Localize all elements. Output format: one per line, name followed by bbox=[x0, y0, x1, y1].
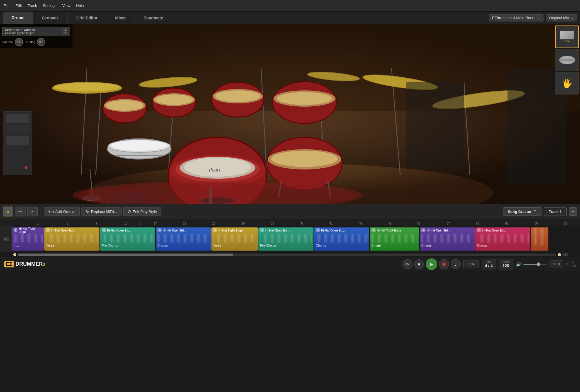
ruler-mark: 13 bbox=[111, 222, 140, 226]
scroll-track[interactable] bbox=[18, 254, 556, 256]
select-tool[interactable]: ▲ bbox=[3, 207, 13, 216]
tuning-knob[interactable]: 0.0 bbox=[37, 38, 45, 46]
add-groove-button[interactable]: + + Add Groove bbox=[44, 207, 80, 216]
list-item[interactable]: ⊡ Hi-Hat Open Ed... Chorus bbox=[314, 227, 369, 251]
tab-grooves[interactable]: Grooves bbox=[33, 12, 68, 24]
tab-grid-editor[interactable]: Grid Editor bbox=[68, 12, 106, 24]
tuning-label: Tuning bbox=[26, 40, 35, 44]
transport-bar: EZ DRUMMER 3 ↺ ■ ▶ ♩ 1234 Sign. 4 / 4 Te… bbox=[0, 257, 580, 271]
segment-label: Chorus bbox=[314, 243, 369, 248]
menu-file[interactable]: File bbox=[3, 3, 10, 8]
volume-slider[interactable] bbox=[523, 264, 547, 265]
ruler-marks: 1 5 9 13 17 21 25 29 33 37 41 45 49 53 5… bbox=[23, 219, 580, 226]
right-thumbnails: EZD3 🖐 bbox=[554, 24, 580, 96]
in-label: In bbox=[571, 261, 576, 264]
drum-view: Kick: 16x22" Yamaha Absolute Hybrid Mapl… bbox=[0, 24, 580, 204]
volume-area: 🔊 bbox=[516, 261, 547, 267]
tab-drums[interactable]: Drums bbox=[3, 12, 33, 24]
list-item[interactable]: ⊡ Hi-Hat Tight Edge Verse bbox=[211, 227, 258, 251]
version-text: 3 bbox=[43, 262, 45, 267]
drum-selector[interactable]: Kick: 16x22" Yamaha Absolute Hybrid Mapl… bbox=[2, 27, 70, 36]
list-item[interactable]: ⊡ Hi-Hat Open Ed... Pre Chorus bbox=[258, 227, 313, 251]
menu-settings[interactable]: Settings bbox=[43, 3, 56, 8]
play-button[interactable]: ▶ bbox=[426, 258, 437, 270]
record-button[interactable] bbox=[439, 259, 449, 269]
volume-knob[interactable]: 0.0 bbox=[15, 38, 23, 46]
segment-title: Hi-Hat Open Ed... bbox=[427, 229, 450, 232]
thumb-hand[interactable]: 🖐 bbox=[555, 72, 579, 94]
svg-rect-51 bbox=[6, 125, 29, 134]
cursor-icon: ▲ bbox=[6, 209, 10, 214]
menu-view[interactable]: View bbox=[62, 3, 70, 8]
list-item[interactable] bbox=[531, 227, 548, 251]
thumb-box-icon[interactable]: EZD3 bbox=[555, 25, 579, 48]
list-item[interactable]: ⊡ Hi-Hat Open Ed... Chorus bbox=[156, 227, 211, 251]
add-track-button[interactable]: + bbox=[569, 207, 577, 216]
segment-title: Hi-Hat Tight Edge bbox=[377, 229, 401, 232]
track-collapse-button[interactable]: ▲ bbox=[3, 237, 9, 241]
ruler-mark: 45 bbox=[346, 222, 375, 226]
params-row: Volume 0.0 Tuning 0.0 bbox=[2, 38, 70, 46]
play-icon: ▶ bbox=[430, 261, 433, 267]
time-sig-label: Sign. bbox=[485, 260, 493, 263]
ruler-mark: 33 bbox=[258, 222, 287, 226]
tab-bandmate[interactable]: Bandmate bbox=[135, 12, 172, 24]
stop-button[interactable]: ■ bbox=[414, 259, 424, 269]
counter-button[interactable]: 1234 bbox=[463, 260, 479, 268]
ruler-mark: 17 bbox=[140, 222, 170, 226]
ruler-mark: 49 bbox=[375, 222, 404, 226]
scroll-area: ⊟ bbox=[0, 252, 580, 257]
segment-icon: ⊡ bbox=[371, 228, 376, 232]
list-item[interactable]: ⊡ Hi-Hat Open Ed... Chorus bbox=[475, 227, 530, 251]
mix-selector[interactable]: Original Mix ⌄ bbox=[546, 14, 577, 21]
svg-rect-31 bbox=[116, 155, 162, 156]
scroll-end-button[interactable]: ⊟ bbox=[563, 253, 568, 256]
menu-edit[interactable]: Edit bbox=[15, 3, 22, 8]
segment-icon: ⊡ bbox=[260, 228, 264, 232]
scissors-tool[interactable]: ✂ bbox=[27, 207, 38, 216]
svg-point-53 bbox=[25, 166, 28, 169]
segment-icon: ⊡ bbox=[477, 228, 481, 232]
playhead-indicator bbox=[13, 253, 16, 256]
replace-midi-button[interactable]: ↻ Replace MIDI... bbox=[81, 207, 122, 216]
pencil-tool[interactable]: ✏ bbox=[15, 207, 26, 216]
list-item[interactable]: ⊡ Hi-Hat Open Ed... Pre Chorus bbox=[100, 227, 155, 251]
time-signature: Sign. 4 / 4 bbox=[482, 259, 496, 269]
segment-label: Chorus bbox=[420, 243, 475, 248]
loop-button[interactable]: ↺ bbox=[403, 259, 412, 269]
song-creator-chevron-icon: ⌃ bbox=[533, 209, 536, 214]
ruler-mark: 61 bbox=[463, 222, 492, 226]
scroll-end-indicator bbox=[558, 253, 561, 256]
song-creator-button[interactable]: Song Creator ⌃ bbox=[503, 207, 541, 216]
app-logo: EZ DRUMMER 3 bbox=[4, 261, 45, 267]
segment-icon: ⊡ bbox=[316, 228, 320, 232]
midi-button[interactable]: MIDI bbox=[550, 260, 563, 268]
list-item[interactable]: ⊡ Hi-Hat Tight Edge In... bbox=[12, 227, 44, 251]
scroll-thumb bbox=[18, 254, 233, 256]
drum-selector-down[interactable]: ▼ bbox=[63, 32, 68, 34]
tab-mixer[interactable]: Mixer bbox=[106, 12, 135, 24]
segment-label: Verse bbox=[211, 243, 258, 248]
metronome-button[interactable]: ♩ bbox=[451, 259, 461, 269]
list-item[interactable]: ⊡ Hi-Hat Tight Edge Bridge bbox=[370, 227, 419, 251]
ruler-mark: 57 bbox=[434, 222, 463, 226]
menu-track[interactable]: Track bbox=[28, 3, 37, 8]
track-content: ⊡ Hi-Hat Tight Edge In... ⊡ Hi-Hat Open … bbox=[12, 226, 580, 252]
time-sig-value: 4 / 4 bbox=[485, 263, 493, 268]
list-item[interactable]: ⊡ Hi-Hat Open Ed... Verse bbox=[44, 227, 99, 251]
segment-label: Verse bbox=[44, 243, 99, 248]
ruler-mark: 65 bbox=[492, 222, 521, 226]
segment-icon: ⊡ bbox=[14, 228, 17, 232]
segment-title: Hi-Hat Open Ed... bbox=[321, 229, 345, 232]
list-item[interactable]: ⊡ Hi-Hat Open Ed... Chorus bbox=[420, 227, 475, 251]
drum-selector-up[interactable]: ▲ bbox=[63, 28, 68, 31]
thumb-snare[interactable] bbox=[555, 49, 579, 71]
edit-play-style-button[interactable]: ⊙ ⊙ Edit Play Style Edit Play Style bbox=[123, 207, 162, 216]
room-selector[interactable]: EZdrummer 3 Main Room ⌄ bbox=[489, 14, 544, 21]
toolbar: ▲ ✏ ✂ + + Add Groove ↻ Replace MIDI... ⊙… bbox=[0, 204, 580, 219]
ruler-mark: 53 bbox=[404, 222, 434, 226]
menu-help[interactable]: Help bbox=[76, 3, 84, 8]
drum-kit-visual: Pearl bbox=[0, 24, 580, 204]
segment-icon: ⊡ bbox=[46, 228, 50, 232]
play-style-icon: ⊙ bbox=[128, 209, 131, 214]
